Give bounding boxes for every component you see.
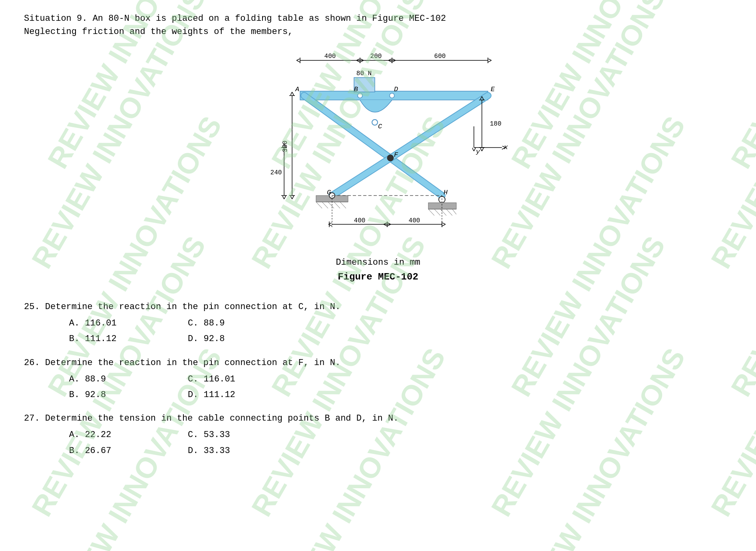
q26-b: B. 92.8 [48,387,188,403]
svg-line-60 [446,209,452,216]
figure-title: Figure MEC-102 [338,272,418,282]
svg-line-59 [440,209,446,216]
svg-text:C: C [378,123,382,130]
question-25-answers: A. 116.01 C. 88.9 B. 111.12 D. 92.8 [48,315,732,347]
question-26-answers: A. 88.9 C. 116.01 B. 92.8 D. 111.12 [48,371,732,403]
svg-text:E: E [491,86,495,93]
q25-b: B. 111.12 [48,331,188,347]
svg-point-35 [372,120,378,125]
svg-text:B: B [354,86,358,93]
question-27-text: 27. Determine the tension in the cable c… [24,411,732,425]
svg-text:y: y [475,148,480,156]
figure-caption: Dimensions in mm [336,258,420,268]
svg-text:80 N: 80 N [356,70,372,77]
page: REVIEW INNOVATIONS REVIEW INNOVATIONS RE… [0,0,756,551]
situation-line1: Situation 9. An 80-N box is placed on a … [24,12,732,25]
q27-a: A. 22.22 [48,427,188,443]
figure-svg: 400 200 600 80 N A [238,46,518,254]
svg-line-48 [322,202,328,208]
question-25: 25. Determine the reaction in the pin co… [24,300,732,347]
q25-a: A. 116.01 [48,315,188,331]
svg-line-61 [452,209,456,214]
svg-point-13 [390,93,394,98]
svg-text:G: G [327,189,331,196]
situation-line2: Neglecting friction and the weights of t… [24,25,732,38]
svg-text:360: 360 [282,141,289,152]
svg-text:x: x [503,144,508,151]
questions-section: 25. Determine the reaction in the pin co… [24,300,732,459]
problem-statement: Situation 9. An 80-N box is placed on a … [24,12,732,38]
svg-point-12 [358,93,362,98]
figure-container: 400 200 600 80 N A [24,46,732,292]
q27-c: C. 53.33 [188,427,328,443]
svg-text:600: 600 [434,53,446,60]
question-26-text: 26. Determine the reaction in the pin co… [24,356,732,370]
svg-text:400: 400 [354,217,366,224]
svg-line-49 [328,202,334,208]
question-27-answers: A. 22.22 C. 53.33 B. 26.67 D. 33.33 [48,427,732,458]
q25-d: D. 92.8 [188,331,328,347]
svg-point-33 [387,155,394,161]
svg-line-57 [428,209,434,216]
svg-text:H: H [444,189,448,196]
svg-text:180: 180 [490,120,501,128]
q26-d: D. 111.12 [188,387,328,403]
svg-text:400: 400 [409,217,420,224]
q27-b: B. 26.67 [48,443,188,459]
svg-text:D: D [394,86,398,93]
question-26: 26. Determine the reaction in the pin co… [24,356,732,403]
svg-line-47 [316,202,322,208]
svg-line-51 [340,202,346,208]
q26-c: C. 116.01 [188,371,328,387]
question-27: 27. Determine the tension in the cable c… [24,411,732,459]
svg-line-32 [332,96,488,196]
svg-text:A: A [295,86,299,93]
q26-a: A. 88.9 [48,371,188,387]
q27-d: D. 33.33 [188,443,328,459]
svg-text:F: F [394,151,398,159]
svg-text:240: 240 [271,169,282,176]
question-25-text: 25. Determine the reaction in the pin co… [24,300,732,314]
svg-text:200: 200 [370,53,382,60]
svg-text:400: 400 [324,53,336,60]
svg-line-58 [434,209,440,216]
svg-line-50 [334,202,340,208]
svg-rect-55 [428,203,456,209]
q25-c: C. 88.9 [188,315,328,331]
